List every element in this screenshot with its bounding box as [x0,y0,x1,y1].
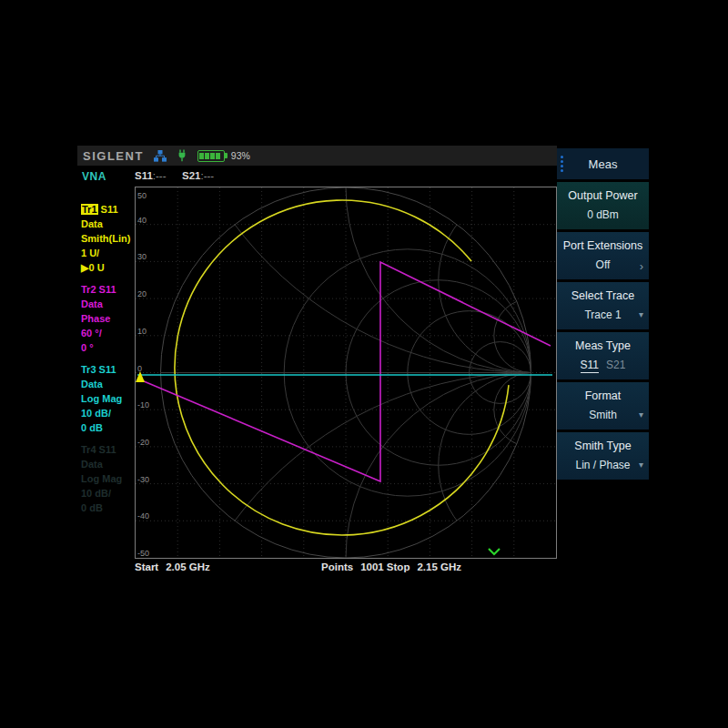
option-s11[interactable]: S11 [581,359,599,373]
sweep-position-marker-icon [489,549,500,554]
trace-info-tr2[interactable]: Tr2 S11DataPhase60 °/0 ° [81,282,134,355]
trace-setting: 1 U/ [81,246,134,260]
trace-setting: Log Mag [81,391,134,406]
sweep-stop[interactable]: Stop2.15 GHz [387,561,461,572]
trace-info-tr3[interactable]: Tr3 S11DataLog Mag10 dB/0 dB [81,362,134,435]
svg-text:50: 50 [137,191,147,200]
trace-setting: 0 dB [81,420,134,435]
trace-setting: Data [81,217,134,231]
svg-text:-40: -40 [137,511,149,521]
status-bar: SIGLENT 93% [77,146,557,166]
chevron-down-icon: ▾ [639,459,643,470]
menu-title-bar[interactable]: Meas [557,148,649,179]
trace-id-badge: Tr1 [81,204,98,215]
softkey-label: Meas Type [557,339,649,352]
softkey-value: S11S21 [557,359,649,371]
softkey-label: Select Trace [557,289,649,302]
menu-handle-icon [561,156,563,172]
trace-id-badge: Tr3 [81,364,96,375]
option-s21[interactable]: S21 [606,359,625,371]
start-value: 2.05 GHz [166,561,210,572]
softkey-value: 0 dBm [557,208,649,221]
menu-title: Meas [589,157,618,171]
softkey-value: Lin / Phase [557,459,649,471]
svg-text:-50: -50 [137,549,149,558]
chevron-right-icon: › [640,260,643,272]
trace-setting: Data [81,297,134,311]
svg-text:-30: -30 [137,475,149,484]
network-icon [154,150,167,162]
power-plug-icon [177,149,187,162]
softkey-value: Off [557,258,649,271]
softkey-select-trace[interactable]: Select TraceTrace 1▾ [557,282,649,329]
softkey-output-power[interactable]: Output Power0 dBm [557,182,649,229]
battery-percent: 93% [231,150,250,161]
svg-text:20: 20 [137,289,147,298]
chevron-down-icon: ▾ [639,409,643,420]
app-title: VNA [82,170,106,183]
sweep-points[interactable]: Points1001 [321,561,384,572]
battery-icon [197,150,225,162]
softkey-value: Trace 1 [557,308,649,321]
svg-text:40: 40 [137,216,147,225]
trace-id-badge: Tr4 [81,444,96,455]
softkey-value: Smith [557,409,649,421]
softkey-smith-type[interactable]: Smith TypeLin / Phase▾ [557,432,649,480]
softkey-label: Format [557,389,649,402]
smith-chart-area[interactable]: 50403020100-10-20-30-40-50 [135,187,557,559]
trace-setting: Data [81,377,134,391]
s11-readout: S11:--- [135,170,167,181]
softkey-port-extensions[interactable]: Port ExtensionsOff› [557,232,649,279]
sweep-start[interactable]: Start2.05 GHz [135,561,210,572]
trace-setting: Smith(Lin) [81,231,134,246]
softkey-label: Output Power [557,189,649,202]
sweep-info-bar: Start2.05 GHz Points1001 Stop2.15 GHz [77,561,557,580]
trace-parameter: S11 [96,364,116,375]
svg-text:-20: -20 [137,438,149,447]
trace-setting: 0 ° [81,340,134,355]
trace-setting: 10 dB/ [81,406,134,420]
softkey-format[interactable]: FormatSmith▾ [557,382,649,430]
start-label: Start [135,561,158,572]
stop-value: 2.15 GHz [417,561,461,572]
softkey-label: Port Extensions [557,239,649,252]
stop-label: Stop [387,561,410,572]
brand-logo: SIGLENT [83,149,144,163]
svg-text:-10: -10 [137,400,149,410]
trace-id-badge: Tr2 [81,284,96,295]
softkey-meas-type[interactable]: Meas TypeS11S21 [557,332,649,379]
softkey-label: Smith Type [557,440,649,452]
trace-setting: 0 dB [81,500,134,515]
points-value: 1001 [360,561,384,572]
trace-setting: Data [81,457,134,471]
trace-setting: ▶0 U [81,260,134,275]
measurement-header: VNA S11:--- S21:--- [77,167,557,186]
svg-text:0: 0 [137,364,142,373]
vna-screen: SIGLENT 93% VNA S11:--- S21:--- Tr1 S11D… [77,146,649,582]
softkey-menu: Meas Output Power0 dBmPort ExtensionsOff… [557,146,649,582]
smith-grid [161,187,531,558]
trace-parameter: S11 [98,204,118,215]
svg-text:10: 10 [137,327,147,336]
trace-parameter: S11 [96,444,116,455]
trace-info-tr1[interactable]: Tr1 S11DataSmith(Lin)1 U/▶0 U [81,202,134,275]
points-label: Points [321,561,353,572]
trace-parameter: S11 [96,284,116,295]
trace-setting: Phase [81,311,134,326]
svg-text:30: 30 [137,252,147,261]
trace-setting: 10 dB/ [81,486,134,500]
s21-readout: S21:--- [182,170,214,181]
chevron-down-icon: ▾ [639,308,643,320]
trace-info-tr4: Tr4 S11DataLog Mag10 dB/0 dB [81,442,134,515]
trace-setting: 60 °/ [81,326,134,340]
trace-setting: Log Mag [81,471,134,486]
